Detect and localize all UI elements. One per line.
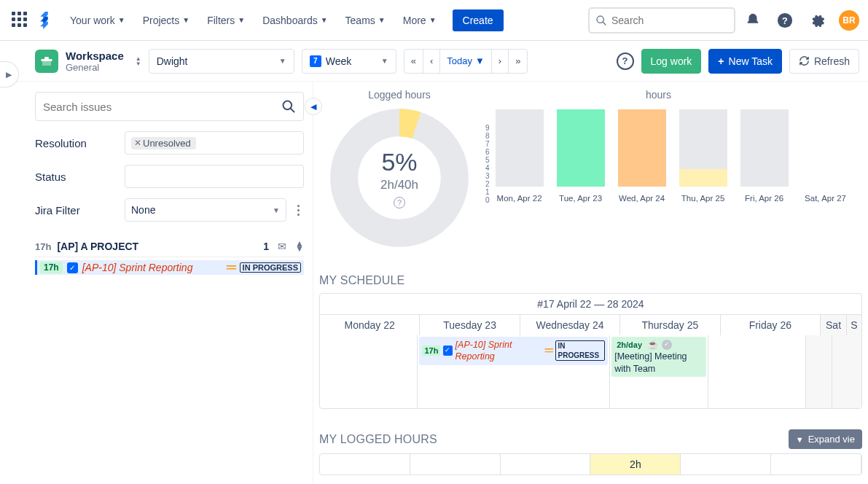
logged-cell[interactable] [681,454,771,475]
resolution-label: Resolution [35,137,119,149]
toolbar: ▶ Workspace General ▲▼ Dwight ▼ 7 Week ▼… [0,41,868,82]
jira-filter-label: Jira Filter [35,204,119,216]
user-avatar[interactable]: BR [839,10,859,31]
logged-cell[interactable]: 2h [590,454,681,475]
logged-cell[interactable] [320,454,410,475]
nav-today[interactable]: Today▼ [440,50,492,73]
chevron-down-icon: ▼ [429,16,437,24]
chevron-down-icon: ▼ [381,57,388,65]
issue-title: [AP-10] Sprint Reporting [82,262,193,273]
schedule-day-header: Sat [821,315,847,335]
schedule-cell-sun[interactable] [832,335,861,408]
nav-dashboards[interactable]: Dashboards▼ [255,10,335,31]
chevron-down-icon: ▼ [796,435,804,444]
schedule-title: MY SCHEDULE [319,274,868,287]
chevron-down-icon: ▼ [475,55,485,66]
schedule-cell-mon[interactable] [320,335,418,408]
schedule-cell-thu[interactable]: 2h/day ☕ ✓ [Meeting] Meeting with Team [610,335,708,408]
schedule-range: #17 April 22 — 28 2024 [320,294,861,315]
chevron-down-icon: ▼ [321,16,328,24]
nav-first[interactable]: « [404,50,423,73]
resolution-tag[interactable]: ✕Unresolved [131,137,196,149]
user-select[interactable]: Dwight ▼ [149,49,294,74]
app-switcher-icon[interactable] [12,12,29,29]
task-type-icon: ✓ [443,346,452,356]
schedule-cell-fri[interactable] [708,335,806,408]
chevron-down-icon: ▼ [279,57,286,65]
logged-hours-donut: Logged hours 5% 2h/40h ? [327,89,472,251]
remove-tag-icon[interactable]: ✕ [134,138,141,148]
logged-cell[interactable] [771,454,861,475]
bar-column: Wed, Apr 24 [618,109,666,203]
chevron-down-icon: ▼ [273,206,280,214]
chevron-down-icon: ▼ [378,16,386,24]
log-work-button[interactable]: Log work [641,49,702,74]
schedule-event-meeting[interactable]: 2h/day ☕ ✓ [Meeting] Meeting with Team [611,337,705,377]
bar-column: Tue, Apr 23 [557,109,605,203]
logged-cell[interactable] [501,454,591,475]
schedule-cell-tue-wed[interactable]: 17h ✓ [AP-10] Sprint Reporting == IN PRO… [418,335,610,408]
status-label: Status [35,171,119,183]
priority-icon: == [544,345,552,356]
schedule-grid: #17 April 22 — 28 2024 Monday 22Tuesday … [319,293,862,409]
nav-projects[interactable]: Projects▼ [136,10,197,31]
nav-filters[interactable]: Filters▼ [200,10,252,31]
schedule-day-header: S [847,315,861,335]
filter-more-menu[interactable] [292,205,304,216]
nav-more[interactable]: More▼ [396,10,444,31]
schedule-day-header: Friday 26 [721,315,821,335]
create-button[interactable]: Create [453,9,504,31]
workspace-picker[interactable]: Workspace General ▲▼ [35,50,141,73]
schedule-cell-sat[interactable] [806,335,832,408]
svg-text:?: ? [782,15,788,26]
logged-cell[interactable] [410,454,501,475]
logged-hours-title: MY LOGGED HOURS [319,433,437,446]
workspace-subtitle: General [66,62,124,73]
envelope-icon[interactable]: ✉ [275,241,289,252]
nav-last[interactable]: » [509,50,527,73]
chevron-down-icon: ▼ [238,16,245,24]
schedule-event-sprint[interactable]: 17h ✓ [AP-10] Sprint Reporting == IN PRO… [419,337,608,365]
jira-logo[interactable] [36,12,54,29]
calendar-icon: 7 [310,55,321,67]
logged-hours-row: 2h [319,453,862,475]
global-search-input[interactable] [611,15,728,26]
nav-teams[interactable]: Teams▼ [338,10,393,31]
issue-search[interactable] [35,92,304,121]
priority-icon: == [226,262,235,273]
svg-line-5 [291,109,294,112]
jira-filter-select[interactable]: None ▼ [125,198,286,222]
issue-row[interactable]: 17h ✓ [AP-10] Sprint Reporting == IN PRO… [35,260,304,275]
nav-next[interactable]: › [492,50,509,73]
refresh-icon [799,55,810,66]
search-icon [281,99,296,114]
project-header[interactable]: 17h [AP] A PROJECT 1 ✉ ▲▼ [35,238,304,257]
panel-collapse-handle[interactable]: ◀ [305,98,322,115]
content-area: Logged hours 5% 2h/40h ? hours [313,82,868,484]
refresh-button[interactable]: Refresh [789,49,859,74]
new-task-button[interactable]: +New Task [708,49,782,74]
top-nav: Your work▼ Projects▼ Filters▼ Dashboards… [0,0,868,41]
schedule-day-header: Thursday 25 [620,315,720,335]
toolbar-help-icon[interactable]: ? [617,52,634,70]
hours-bar-chart: 9876543210 Mon, Apr 22Tue, Apr 23Wed, Ap… [485,105,850,203]
estimate-badge: 17h [40,262,63,273]
notifications-icon[interactable] [744,12,762,29]
donut-help-icon[interactable]: ? [394,197,405,208]
task-type-icon: ✓ [67,262,78,273]
global-search[interactable] [588,7,735,34]
nav-prev[interactable]: ‹ [423,50,440,73]
view-range-select[interactable]: 7 Week ▼ [302,49,396,74]
resolution-filter[interactable]: ✕Unresolved [125,131,304,155]
expand-view-button[interactable]: ▼ Expand vie [789,429,862,449]
bar-column: Fri, Apr 26 [740,109,789,203]
help-icon[interactable]: ? [776,12,794,29]
status-filter[interactable] [125,165,304,188]
coffee-icon: ☕ [647,339,659,351]
workspace-caret-icon[interactable]: ▲▼ [136,56,141,66]
issue-search-input[interactable] [43,101,281,113]
nav-your-work[interactable]: Your work▼ [63,10,133,31]
schedule-day-header: Monday 22 [320,315,420,335]
settings-icon[interactable] [808,12,826,29]
sort-icon[interactable]: ▲▼ [295,241,304,251]
